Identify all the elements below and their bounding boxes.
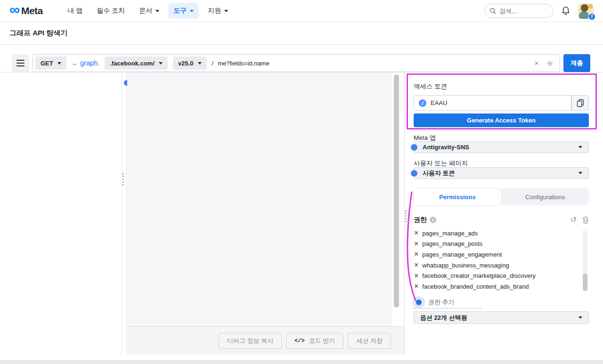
search-box[interactable] bbox=[484, 4, 554, 18]
clear-permissions-button[interactable] bbox=[582, 216, 589, 224]
hamburger-icon bbox=[16, 63, 24, 64]
token-tabs: Permissions Configurations bbox=[414, 188, 589, 205]
remove-permission-icon[interactable]: × bbox=[414, 261, 418, 269]
chevron-down-icon bbox=[579, 316, 582, 319]
undo-icon[interactable]: ↺ bbox=[570, 216, 577, 224]
right-panel-divider bbox=[404, 73, 405, 355]
save-session-button[interactable]: 세션 저장 bbox=[348, 333, 391, 349]
graph-api-explorer-screen: ∞ Meta 내 앱 필수 조치 문서 도구 지원 f bbox=[0, 0, 603, 364]
permission-row: × facebook_branded_content_ads_brand bbox=[414, 281, 579, 292]
chevron-down-icon bbox=[579, 146, 582, 148]
title-bar: 그래프 API 탐색기 bbox=[0, 22, 603, 45]
nav-item-required-actions[interactable]: 필수 조치 bbox=[91, 3, 130, 19]
bottom-page-strip bbox=[0, 360, 603, 364]
request-url-container: GET ← graph. .facebook.com/ v25.0 / me?f… bbox=[33, 54, 560, 72]
submit-button[interactable]: 제출 bbox=[563, 54, 590, 72]
get-code-button[interactable]: </> 코드 받기 bbox=[286, 333, 343, 349]
request-bar: GET ← graph. .facebook.com/ v25.0 / me?f… bbox=[12, 54, 590, 72]
permission-row: × facebook_creator_marketplace_discovery bbox=[414, 270, 579, 281]
remove-permission-icon[interactable]: × bbox=[414, 283, 418, 290]
access-token-field[interactable]: i bbox=[414, 95, 571, 111]
nav-item-support[interactable]: 지원 bbox=[203, 3, 233, 19]
access-token-input[interactable] bbox=[431, 99, 566, 106]
graph-prefix-link[interactable]: ← graph. bbox=[72, 59, 100, 67]
canvas-scrollbar[interactable] bbox=[394, 74, 399, 307]
response-canvas bbox=[127, 73, 404, 326]
chevron-down-icon bbox=[190, 10, 194, 12]
remove-permission-icon[interactable]: × bbox=[414, 272, 418, 280]
code-icon: </> bbox=[294, 338, 305, 344]
add-permission-label: 권한 추가 bbox=[428, 298, 455, 307]
hamburger-icon bbox=[16, 60, 24, 61]
canvas-footer: 디버그 정보 복사 </> 코드 받기 세션 저장 bbox=[127, 326, 404, 355]
copy-debug-button[interactable]: 디버그 정보 복사 bbox=[219, 333, 282, 349]
remove-permission-icon[interactable]: × bbox=[414, 229, 418, 237]
version-label: v25.0 bbox=[178, 60, 194, 67]
app-dot-icon bbox=[411, 144, 417, 151]
permission-row: × pages_manage_posts bbox=[414, 239, 579, 250]
add-permission-button[interactable]: 권한 추가 bbox=[413, 296, 455, 308]
remove-permission-icon[interactable]: × bbox=[414, 240, 418, 248]
search-input[interactable] bbox=[499, 8, 546, 15]
nav-item-label: 지원 bbox=[208, 7, 221, 15]
remove-permission-icon[interactable]: × bbox=[414, 251, 418, 258]
meta-app-select[interactable]: Antigravity-SNS bbox=[414, 141, 589, 153]
version-dropdown[interactable]: v25.0 bbox=[173, 57, 207, 70]
blue-dot-icon bbox=[416, 299, 422, 305]
bell-icon bbox=[561, 6, 571, 16]
user-or-page-select[interactable]: 사용자 토큰 bbox=[414, 167, 589, 179]
nav-item-label: 내 앱 bbox=[68, 7, 83, 15]
permission-name: facebook_creator_marketplace_discovery bbox=[422, 272, 536, 279]
nav-item-tools[interactable]: 도구 bbox=[168, 3, 199, 19]
permission-name: pages_manage_ads bbox=[422, 230, 478, 237]
host-label: .facebook.com/ bbox=[110, 60, 155, 67]
menu-button[interactable] bbox=[12, 54, 29, 72]
permission-name: facebook_branded_content_ads_brand bbox=[422, 283, 529, 290]
star-icon[interactable]: ★ bbox=[546, 59, 554, 68]
avatar[interactable]: f bbox=[578, 3, 594, 19]
permission-row: × pages_manage_engagement bbox=[414, 249, 579, 260]
facebook-badge-icon: f bbox=[588, 13, 595, 20]
chevron-down-icon bbox=[198, 62, 202, 65]
chevron-down-icon bbox=[579, 172, 582, 174]
page-title: 그래프 API 탐색기 bbox=[9, 29, 67, 38]
method-dropdown[interactable]: GET bbox=[35, 57, 66, 70]
permission-row: × pages_manage_ads bbox=[414, 228, 579, 239]
nav-item-label: 도구 bbox=[173, 7, 187, 15]
nav-item-docs[interactable]: 문서 bbox=[134, 3, 164, 19]
chevron-down-icon bbox=[155, 10, 159, 12]
permission-name: pages_manage_engagement bbox=[422, 251, 502, 258]
host-dropdown[interactable]: .facebook.com/ bbox=[105, 57, 168, 70]
meta-logo-text: Meta bbox=[21, 5, 42, 16]
nav-item-my-apps[interactable]: 내 앱 bbox=[63, 3, 88, 19]
nav-items: 내 앱 필수 조치 문서 도구 지원 bbox=[63, 3, 234, 19]
access-token-group: i bbox=[414, 95, 589, 111]
meta-infinity-icon: ∞ bbox=[9, 4, 20, 16]
method-label: GET bbox=[41, 60, 53, 67]
permissions-tools: ↺ bbox=[570, 216, 589, 224]
notifications-button[interactable] bbox=[561, 6, 571, 16]
top-nav: ∞ Meta 내 앱 필수 조치 문서 도구 지원 f bbox=[0, 0, 603, 22]
info-icon: i bbox=[430, 217, 436, 223]
copy-icon bbox=[577, 99, 584, 107]
generate-access-token-button[interactable]: Generate Access Token bbox=[414, 113, 589, 127]
hamburger-icon bbox=[16, 65, 24, 66]
save-session-label: 세션 저장 bbox=[356, 337, 383, 345]
permissions-header: 권한 i ↺ bbox=[414, 216, 589, 224]
tab-configurations[interactable]: Configurations bbox=[501, 188, 589, 205]
access-token-label: 액세스 토큰 bbox=[414, 82, 447, 91]
right-resize-handle[interactable] bbox=[405, 210, 407, 222]
add-permission-halo bbox=[413, 296, 425, 308]
options-select[interactable]: 옵션 22개 선택됨 bbox=[414, 311, 589, 324]
user-or-page-value: 사용자 토큰 bbox=[423, 169, 455, 178]
permission-name: pages_manage_posts bbox=[422, 240, 482, 247]
permissions-scrollbar[interactable] bbox=[583, 274, 587, 291]
nav-item-label: 필수 조치 bbox=[97, 7, 125, 15]
clear-icon[interactable]: × bbox=[534, 59, 539, 67]
copy-token-button[interactable] bbox=[571, 95, 589, 111]
tab-permissions[interactable]: Permissions bbox=[414, 188, 501, 205]
path-field[interactable]: / me?fields=id,name bbox=[212, 60, 269, 67]
chevron-down-icon bbox=[159, 62, 163, 65]
meta-logo[interactable]: ∞ Meta bbox=[9, 5, 43, 16]
left-resize-handle[interactable] bbox=[122, 173, 124, 186]
